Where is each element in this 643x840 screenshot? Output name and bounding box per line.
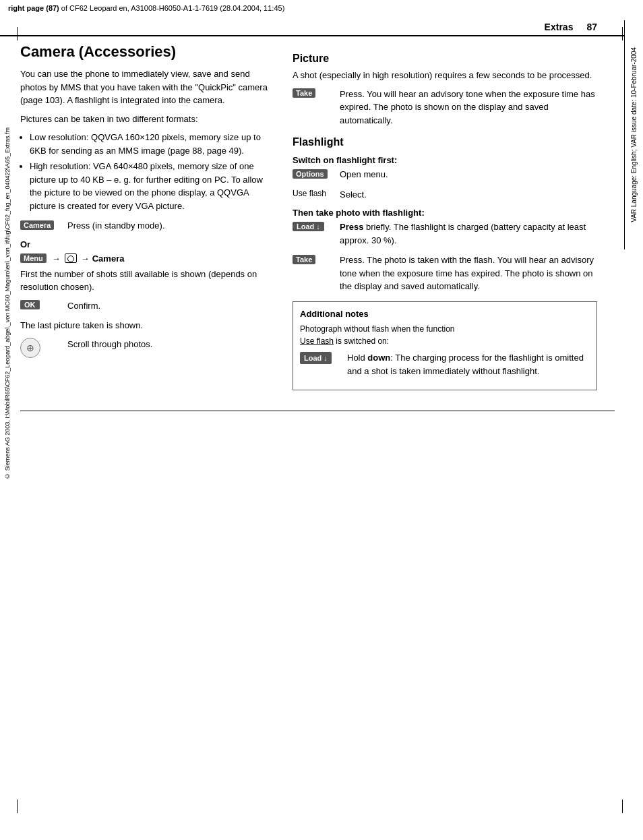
left-column: Camera (Accessories) You can use the pho… [20,43,276,390]
bottom-rule [20,411,615,411]
useflash-body: Select. [340,188,597,202]
top-bar-bold: right page (87) [8,4,59,12]
notes-intro: Photograph without flash when the functi… [300,323,590,347]
notes-box-title: Additional notes [300,307,590,321]
right-column: Picture A shot (especially in high resol… [293,43,597,390]
ok-key: OK [20,299,67,310]
notes-load-button: Load [300,352,332,365]
right-sidebar: VAR Language: English; VAR issue date: 1… [624,20,643,249]
arrow-2: → [81,253,90,264]
main-columns: Camera (Accessories) You can use the pho… [0,36,624,397]
flash-take-row: Take Press. The photo is taken with the … [293,253,597,293]
scroll-def-row: ⊕ Scroll through photos. [20,338,270,358]
notes-load-row: Load Hold down: The charging process for… [300,351,590,378]
left-sidebar-text: © Siemens AG 2003, I:\MobilR65\CF62_Leop… [4,127,11,479]
camera-icon [65,253,77,263]
take-button-flash: Take [293,255,315,264]
menu-line: Menu → → Camera [20,253,270,264]
load-body: Press briefly. The flashlight is charged… [340,220,597,247]
right-sidebar-text: VAR Language: English; VAR issue date: 1… [630,47,638,222]
options-key: Options [293,168,340,179]
corner-mark-top-right [622,27,623,40]
camera-button: Camera [20,220,54,230]
notes-intro-text: Photograph without flash when the functi… [300,324,455,334]
first-number-text: First the number of shots still availabl… [20,268,270,294]
use-flash-label: Use flash [300,336,334,346]
left-sidebar: © Siemens AG 2003, I:\MobilR65\CF62_Leop… [0,101,15,506]
arrow-1: → [52,253,61,264]
switch-on-heading: Switch on flashlight first: [293,155,597,165]
list-item: High resolution: VGA 640×480 pixels, mem… [30,160,270,212]
notes-box: Additional notes Photograph without flas… [293,301,597,391]
camera-body: Press (in standby mode). [67,219,270,233]
formats-intro: Pictures can be taken in two different f… [20,113,270,126]
camera-label: Camera [92,253,125,264]
flash-take-body: Press. The photo is taken with the flash… [340,253,597,293]
load-button: Load [293,222,324,231]
camera-def-row: Camera Press (in standby mode). [20,219,270,233]
section-title: Camera (Accessories) [20,43,270,61]
page-header-title: Extras [545,22,574,32]
load-body-rest: briefly. The flashlight is charged (batt… [340,222,586,245]
scroll-key: ⊕ [20,338,67,358]
ok-def-row: OK Confirm. [20,299,270,313]
flash-take-key: Take [293,253,340,264]
bullet-list: Low resolution: QQVGA 160×120 pixels, me… [30,131,270,212]
take-photo-heading: Then take photo with flashlight: [293,208,597,218]
picture-intro: A shot (especially in high resolution) r… [293,69,597,82]
is-switched-on: is switched on: [334,336,389,346]
intro-text: You can use the phone to immediately vie… [20,67,270,107]
take-button-picture: Take [293,88,315,98]
options-button: Options [293,169,328,179]
list-item: Low resolution: QQVGA 160×120 pixels, me… [30,131,270,157]
scroll-icon: ⊕ [20,338,40,358]
or-label: Or [20,239,270,249]
ok-body: Confirm. [67,299,270,313]
useflash-def-row: Use flash Select. [293,188,597,202]
ok-button: OK [20,300,40,309]
page-header: Extras 87 [0,16,624,36]
useflash-key: Use flash [293,188,340,198]
notes-load-key: Load [300,351,347,364]
load-def-row: Load Press briefly. The flashlight is ch… [293,220,597,247]
scroll-body: Scroll through photos. [67,338,270,351]
page-number: 87 [586,22,597,32]
notes-load-body: Hold down: The charging process for the … [347,351,590,378]
useflash-label: Use flash [293,189,326,198]
top-bar: right page (87) of CF62 Leopard en, A310… [0,0,643,16]
corner-mark-bottom-right [622,800,623,813]
options-def-row: Options Open menu. [293,168,597,181]
top-bar-rest: of CF62 Leopard en, A31008-H6050-A1-1-76… [59,4,285,12]
picture-take-body: Press. You will hear an advisory tone wh… [340,88,597,127]
picture-take-key: Take [293,88,340,98]
camera-key: Camera [20,219,67,230]
press-bold: Press [340,222,363,232]
corner-mark-top-left [17,27,18,40]
flashlight-title: Flashlight [293,136,597,148]
last-picture-text: The last picture taken is shown. [20,319,270,332]
menu-button: Menu [20,253,47,263]
down-bold: down [367,353,390,363]
options-body: Open menu. [340,168,597,181]
corner-mark-bottom-left [17,800,18,813]
picture-take-row: Take Press. You will hear an advisory to… [293,88,597,127]
load-key: Load [293,220,340,231]
hold-text: Hold [347,353,367,363]
picture-title: Picture [293,53,597,65]
